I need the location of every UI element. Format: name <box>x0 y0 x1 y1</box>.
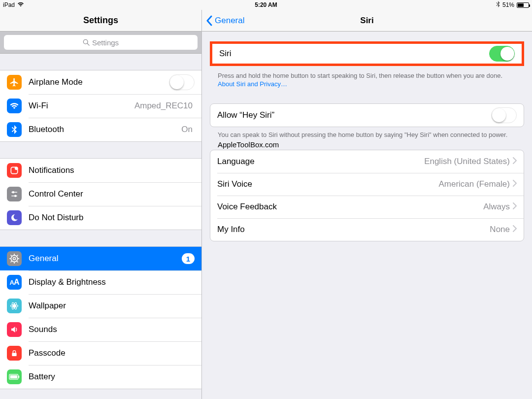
sidebar-group: NotificationsControl CenterDo Not Distur… <box>0 158 201 230</box>
chevron-right-icon <box>513 157 517 166</box>
svg-line-15 <box>17 261 18 263</box>
svg-line-14 <box>11 255 12 257</box>
settings-sidebar: Settings Settings Airplane ModeWi-FiAmpe… <box>0 10 202 399</box>
page-title: Siri <box>360 16 373 26</box>
chevron-right-icon <box>513 202 517 212</box>
sidebar-item-label: Sounds <box>29 325 57 334</box>
sidebar-item-passcode[interactable]: Passcode <box>0 341 201 365</box>
sidebar-item-badge: 1 <box>182 253 195 264</box>
search-input[interactable]: Settings <box>4 35 198 50</box>
sidebar-item-label: Bluetooth <box>29 125 64 134</box>
sidebar-item-value: On <box>181 125 193 134</box>
hey-siri-toggle[interactable] <box>491 107 517 123</box>
sidebar-item-label: Do Not Disturb <box>29 213 83 223</box>
sidebar-item-label: Notifications <box>29 166 74 175</box>
siri-toggle-label: Siri <box>219 49 232 59</box>
watermark: AppleToolBox.com <box>202 139 532 149</box>
sidebar-item-notifications[interactable]: Notifications <box>0 159 201 182</box>
sidebar-item-label: Wallpaper <box>29 301 66 311</box>
wifi-icon <box>7 99 22 113</box>
sidebar-title: Settings <box>83 15 118 26</box>
siri-toggle[interactable] <box>489 46 515 62</box>
battery-icon <box>517 2 529 8</box>
sidebar-item-airplane[interactable]: Airplane Mode <box>0 70 201 94</box>
sidebar-group: Airplane ModeWi-FiAmped_REC10BluetoothOn <box>0 70 201 142</box>
svg-line-17 <box>17 255 18 257</box>
sidebar-group: General1AADisplay & BrightnessWallpaperS… <box>0 246 201 389</box>
battery-percent: 51% <box>502 1 514 8</box>
setting-label: My Info <box>217 225 245 234</box>
sidebar-item-display[interactable]: AADisplay & Brightness <box>0 270 201 294</box>
sidebar-item-wifi[interactable]: Wi-FiAmped_REC10 <box>0 94 201 118</box>
sidebar-item-general[interactable]: General1 <box>0 247 201 270</box>
sidebar-item-label: Passcode <box>29 348 66 358</box>
sidebar-item-dnd[interactable]: Do Not Disturb <box>0 206 201 230</box>
svg-line-16 <box>11 261 12 263</box>
detail-pane: General Siri Siri Press and hold the hom… <box>202 10 532 399</box>
clock: 5:20 AM <box>255 1 277 8</box>
svg-point-8 <box>11 255 17 262</box>
siri-setting-voice[interactable]: Siri VoiceAmerican (Female) <box>210 173 524 196</box>
svg-rect-25 <box>18 375 19 378</box>
flower-icon <box>7 299 22 313</box>
sidebar-item-sounds[interactable]: Sounds <box>0 318 201 341</box>
gear-icon <box>7 251 22 266</box>
back-button[interactable]: General <box>202 15 244 26</box>
bt-icon <box>7 122 22 137</box>
search-icon <box>83 39 90 46</box>
setting-label: Siri Voice <box>217 179 252 189</box>
setting-value: English (United States) <box>424 157 510 166</box>
sidebar-item-bluetooth[interactable]: BluetoothOn <box>0 118 201 141</box>
aa-icon: AA <box>7 275 22 290</box>
airplane-icon <box>7 75 22 90</box>
setting-label: Voice Feedback <box>217 202 277 212</box>
sidebar-item-label: Control Center <box>29 189 83 199</box>
setting-label: Language <box>217 157 255 166</box>
siri-setting-feedback[interactable]: Voice FeedbackAlways <box>210 196 524 218</box>
device-label: iPad <box>3 1 15 8</box>
battery-icon <box>7 369 22 384</box>
svg-rect-24 <box>10 375 17 379</box>
airplane-toggle[interactable] <box>169 74 195 90</box>
svg-point-3 <box>15 167 18 170</box>
sidebar-item-label: Display & Brightness <box>29 277 106 287</box>
siri-setting-language[interactable]: LanguageEnglish (United States) <box>210 150 524 173</box>
setting-value: Always <box>483 202 510 212</box>
setting-value: American (Female) <box>438 179 510 189</box>
siri-setting-myinfo[interactable]: My InfoNone <box>210 218 524 241</box>
svg-rect-7 <box>11 196 17 197</box>
siri-toggle-row[interactable]: Siri <box>212 44 522 64</box>
svg-line-1 <box>87 43 89 45</box>
svg-rect-5 <box>11 192 17 193</box>
cc-icon <box>7 187 22 201</box>
hey-siri-row[interactable]: Allow “Hey Siri” <box>210 103 524 127</box>
back-label: General <box>215 16 244 26</box>
sidebar-item-label: Airplane Mode <box>29 77 83 87</box>
chevron-right-icon <box>513 225 517 234</box>
siri-toggle-highlight: Siri <box>210 41 524 66</box>
moon-icon <box>7 210 22 225</box>
svg-point-9 <box>13 258 16 260</box>
chevron-right-icon <box>513 179 517 189</box>
search-placeholder: Settings <box>92 38 119 47</box>
bluetooth-icon <box>496 1 500 9</box>
status-bar: iPad 5:20 AM 51% <box>0 0 532 10</box>
sidebar-item-label: General <box>29 254 58 264</box>
hey-siri-label: Allow “Hey Siri” <box>217 110 274 120</box>
siri-settings-group: LanguageEnglish (United States)Siri Voic… <box>210 150 524 241</box>
setting-value: None <box>490 225 510 234</box>
sidebar-item-wallpaper[interactable]: Wallpaper <box>0 294 201 318</box>
sidebar-item-controlcenter[interactable]: Control Center <box>0 182 201 206</box>
chevron-left-icon <box>206 15 212 26</box>
lock-icon <box>7 346 22 361</box>
detail-header: General Siri <box>202 10 532 32</box>
about-siri-privacy-link[interactable]: About Siri and Privacy… <box>218 80 287 88</box>
notify-icon <box>7 163 22 178</box>
search-bar-wrap: Settings <box>0 32 201 54</box>
sidebar-item-value: Amped_REC10 <box>134 101 193 111</box>
wifi-icon <box>17 1 24 8</box>
sidebar-header: Settings <box>0 10 201 32</box>
sidebar-item-battery[interactable]: Battery <box>0 365 201 389</box>
sidebar-item-label: Wi-Fi <box>29 101 48 111</box>
speaker-icon <box>7 322 22 337</box>
